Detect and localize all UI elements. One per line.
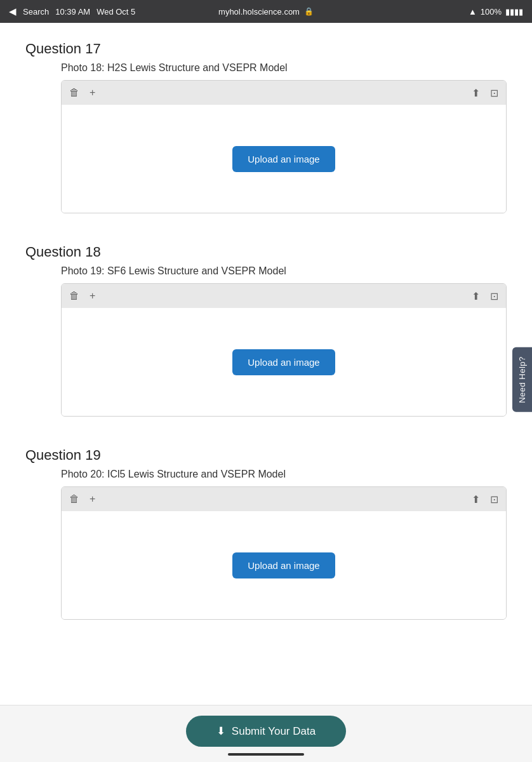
image-icon-q19[interactable]: ⊡	[490, 493, 498, 505]
question-19-toolbar: 🗑 + ⬆ ⊡	[62, 487, 506, 511]
status-time: 10:39 AM	[55, 7, 90, 17]
delete-icon-q17[interactable]: 🗑	[69, 87, 79, 98]
question-17-block: Question 17 Photo 18: H2S Lewis Structur…	[25, 41, 507, 213]
back-label[interactable]: Search	[23, 7, 49, 17]
home-indicator	[228, 753, 304, 756]
upload-button-q18[interactable]: Upload an image	[232, 349, 335, 375]
battery-label: 100%	[481, 7, 502, 17]
question-19-upload-body: Upload an image	[62, 511, 506, 619]
share-icon-q19[interactable]: ⬆	[472, 493, 480, 505]
share-icon-q17[interactable]: ⬆	[472, 87, 480, 99]
bottom-bar: ⬇ Submit Your Data	[0, 705, 532, 762]
question-19-photo-label: Photo 20: ICl5 Lewis Structure and VSEPR…	[61, 469, 507, 480]
submit-button[interactable]: ⬇ Submit Your Data	[186, 716, 346, 747]
status-bar: ◀ Search 10:39 AM Wed Oct 5 myhol.holsci…	[0, 0, 532, 23]
question-17-photo-label: Photo 18: H2S Lewis Structure and VSEPR …	[61, 62, 507, 74]
status-left: ◀ Search 10:39 AM Wed Oct 5	[9, 6, 135, 17]
delete-icon-q19[interactable]: 🗑	[69, 493, 79, 505]
need-help-button[interactable]: Need Help?	[512, 347, 532, 412]
question-17-title: Question 17	[25, 41, 507, 57]
delete-icon-q18[interactable]: 🗑	[69, 290, 79, 302]
question-18-photo-label: Photo 19: SF6 Lewis Structure and VSEPR …	[61, 265, 507, 277]
question-18-upload-container: 🗑 + ⬆ ⊡ Upload an image	[61, 283, 507, 417]
question-17-upload-body: Upload an image	[62, 105, 506, 213]
upload-button-q17[interactable]: Upload an image	[232, 146, 335, 172]
main-content: Question 17 Photo 18: H2S Lewis Structur…	[0, 23, 532, 714]
status-date: Wed Oct 5	[96, 7, 135, 17]
question-18-toolbar: 🗑 + ⬆ ⊡	[62, 284, 506, 308]
submit-label: Submit Your Data	[232, 725, 316, 738]
toolbar-right-q19: ⬆ ⊡	[472, 493, 498, 505]
question-17-upload-container: 🗑 + ⬆ ⊡ Upload an image	[61, 80, 507, 213]
status-right: ▲ 100% ▮▮▮▮	[469, 7, 523, 17]
toolbar-right-q17: ⬆ ⊡	[472, 87, 498, 99]
add-icon-q19[interactable]: +	[90, 493, 95, 505]
battery-icon: ▮▮▮▮	[505, 7, 523, 17]
question-19-block: Question 19 Photo 20: ICl5 Lewis Structu…	[25, 447, 507, 620]
status-center: myhol.holscience.com 🔒	[218, 7, 314, 17]
back-chevron[interactable]: ◀	[9, 6, 17, 17]
question-18-upload-body: Upload an image	[62, 308, 506, 416]
submit-download-icon: ⬇	[216, 725, 225, 738]
question-18-title: Question 18	[25, 244, 507, 260]
wifi-icon: ▲	[469, 7, 477, 17]
question-19-upload-container: 🗑 + ⬆ ⊡ Upload an image	[61, 486, 507, 620]
add-icon-q17[interactable]: +	[90, 87, 95, 98]
add-icon-q18[interactable]: +	[90, 290, 95, 302]
upload-button-q19[interactable]: Upload an image	[232, 552, 335, 578]
toolbar-right-q18: ⬆ ⊡	[472, 290, 498, 302]
image-icon-q17[interactable]: ⊡	[490, 87, 498, 99]
question-18-block: Question 18 Photo 19: SF6 Lewis Structur…	[25, 244, 507, 417]
need-help-sidebar[interactable]: Need Help?	[512, 347, 532, 415]
image-icon-q18[interactable]: ⊡	[490, 290, 498, 302]
question-17-toolbar: 🗑 + ⬆ ⊡	[62, 81, 506, 105]
question-19-title: Question 19	[25, 447, 507, 464]
share-icon-q18[interactable]: ⬆	[472, 290, 480, 302]
lock-icon: 🔒	[304, 7, 314, 16]
status-url: myhol.holscience.com	[218, 7, 300, 17]
